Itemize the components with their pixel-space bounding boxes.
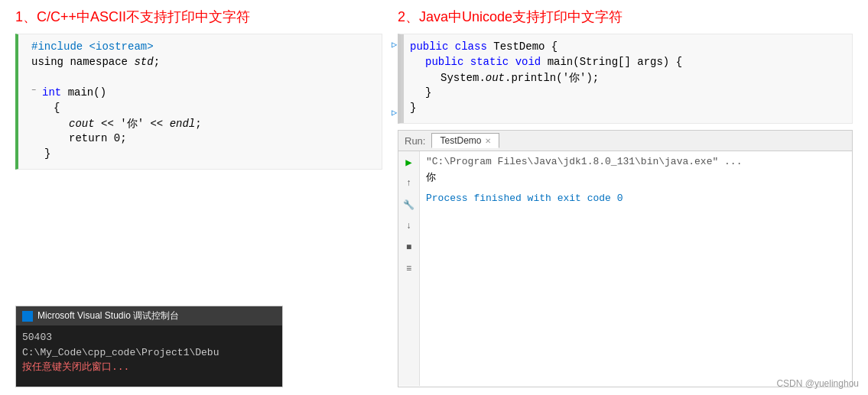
run-output-line: 你 [426,170,846,186]
cpp-blank [28,71,372,86]
using-keyword: using namespace [31,56,134,68]
java-left-border [401,34,404,123]
run-label: Run: [405,135,425,147]
cpp-code-block: #include <iostream> using namespace std;… [15,34,382,170]
include-keyword: #include <iostream> [31,40,154,53]
run-down-button[interactable]: ↓ [401,219,417,234]
run-play-button[interactable]: ▶ [401,154,417,170]
java-arrows: ▷ ▷ [392,34,401,123]
java-close-outer: } [410,102,416,114]
run-panel: Run: TestDemo ✕ ▶ ↑ 🔧 ↓ ■ ≡ "C:\ [398,130,853,387]
run-output: "C:\Program Files\Java\jdk1.8.0_131\bin\… [420,151,852,386]
java-line-3: System.out.println('你'); [410,71,843,86]
vs-output-2: C:\My_Code\cpp_code\Project1\Debu [22,345,276,361]
open-brace: { [54,102,60,114]
return-keyword: return 0; [69,132,127,144]
close-brace: } [44,147,50,160]
java-code-block: ▷ ▷ public class TestDemo { public stati… [398,34,853,124]
cpp-line-2: using namespace std; [28,56,372,71]
vs-console-body: 50403 C:\My_Code\cpp_code\Project1\Debu … [16,325,282,387]
static-keyword: static [470,56,515,68]
semicolon-1: ; [154,56,160,68]
main-method: main(String[] args) { [548,56,682,68]
left-panel: 1、C/C++中ASCII不支持打印中文字符 #include <iostrea… [15,8,382,387]
run-success-line: Process finished with exit code 0 [426,191,846,207]
cpp-line-7: } [28,147,372,163]
java-line-4: } [410,86,843,102]
java-line-5: } [410,102,843,117]
java-close-inner: } [425,86,431,99]
run-toolbar: ▶ ↑ 🔧 ↓ ■ ≡ [398,151,420,386]
vs-console-title: Microsoft Visual Studio 调试控制台 [37,309,179,322]
collapse-icon-main[interactable]: − [31,86,42,95]
watermark: CSDN @yuelinghou [776,378,859,389]
main-func: main() [68,86,106,99]
vs-icon [22,311,33,322]
public-keyword-2: public [425,56,470,68]
run-wrench-button[interactable]: 🔧 [401,197,417,212]
arrow-top: ▷ [392,39,401,50]
run-lines-button[interactable]: ≡ [401,261,417,277]
run-tab-close-icon[interactable]: ✕ [485,137,491,145]
left-title: 1、C/C++中ASCII不支持打印中文字符 [15,8,382,26]
cpp-line-4: { [28,102,372,117]
vs-output-3: 按任意键关闭此窗口... [22,360,276,375]
cpp-line-6: return 0; [28,132,372,147]
system-class: System. [441,72,486,84]
out-field: out [486,72,505,84]
std-keyword: std [134,56,153,68]
chinese-char-cpp: 你 [127,118,138,130]
int-keyword: int [42,86,61,99]
classname: TestDemo { [493,40,558,53]
vs-output-1: 50403 [22,330,276,345]
semicolon-2: ; [195,118,201,130]
run-cmd-line: "C:\Program Files\Java\jdk1.8.0_131\bin\… [426,154,846,170]
run-stop-button[interactable]: ■ [401,240,417,255]
cpp-line-5: cout << '你' << endl; [28,117,372,132]
right-panel: 2、Java中Unicode支持打印中文字符 ▷ ▷ public class … [382,8,853,387]
cout-op: << ' [101,118,127,130]
java-line-1: public class TestDemo { [410,40,843,56]
arrow-bottom: ▷ [392,107,401,118]
run-panel-body: ▶ ↑ 🔧 ↓ ■ ≡ "C:\Program Files\Java\jdk1.… [398,151,852,386]
cpp-line-1: #include <iostream> [28,40,372,56]
vs-console: Microsoft Visual Studio 调试控制台 50403 C:\M… [15,306,283,387]
class-keyword: class [455,40,493,53]
cout-keyword: cout [69,118,95,130]
public-keyword-1: public [410,40,455,53]
run-tab-label: TestDemo [440,135,481,146]
println-method: .println('你'); [505,72,599,84]
cout-op2: ' << [138,118,170,130]
java-line-2: public static void main(String[] args) { [410,56,843,71]
run-tab[interactable]: TestDemo ✕ [431,133,499,148]
endl-keyword: endl [170,118,196,130]
cpp-line-3: − int main() [28,86,372,102]
void-keyword: void [515,56,548,68]
right-title: 2、Java中Unicode支持打印中文字符 [398,8,853,26]
vs-console-header: Microsoft Visual Studio 调试控制台 [16,306,282,325]
run-panel-header: Run: TestDemo ✕ [398,131,852,151]
run-up-button[interactable]: ↑ [401,176,417,191]
